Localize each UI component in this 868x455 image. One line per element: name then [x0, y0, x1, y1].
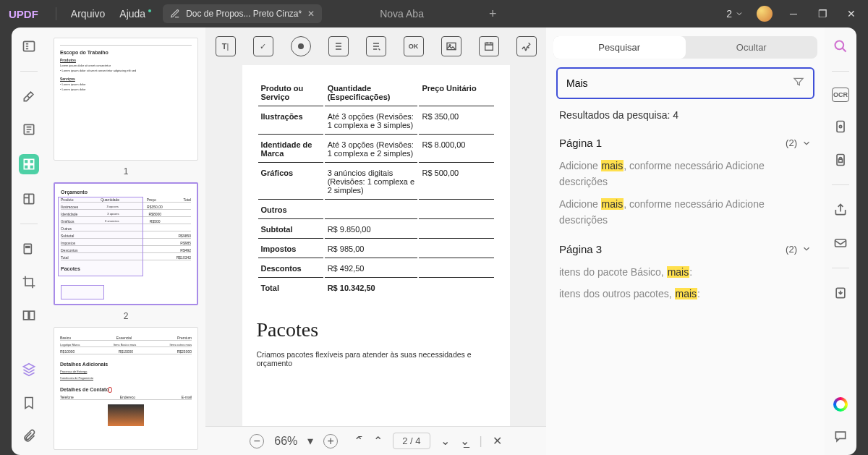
svg-rect-8 [26, 247, 30, 248]
signature-tool[interactable] [516, 36, 537, 56]
close-zoom-bar-button[interactable]: ✕ [493, 434, 502, 448]
add-tab-button[interactable]: + [489, 7, 497, 22]
edit-text-icon[interactable] [20, 121, 38, 138]
page-indicator[interactable]: 2 / 4 [393, 433, 430, 449]
divider [56, 7, 56, 20]
export-icon[interactable] [832, 284, 849, 302]
new-tab-label[interactable]: Nova Aba [380, 8, 424, 20]
organize-pages-icon[interactable] [19, 154, 39, 174]
svg-rect-2 [24, 159, 28, 163]
search-icon[interactable] [832, 38, 849, 55]
ocr-icon[interactable]: OCR [832, 88, 849, 102]
search-result-count: Resultados da pesquisa: 4 [553, 106, 817, 128]
redact-icon[interactable] [20, 240, 38, 258]
pacotes-heading: Pacotes [257, 318, 495, 341]
svg-rect-0 [24, 41, 35, 51]
search-result-line[interactable]: itens do pacote Básico, mais: [559, 261, 812, 283]
search-result-line[interactable]: Adicione mais, conforme necessário Adici… [559, 155, 812, 193]
result-section-header[interactable]: Página 3 (2) [559, 237, 812, 261]
thumbnail-panel: Escopo do TrabalhoProdutosLorem ipsum do… [46, 27, 205, 455]
user-avatar[interactable] [757, 6, 773, 22]
search-input[interactable] [566, 77, 793, 89]
zoom-dropdown-icon[interactable]: ▾ [307, 434, 313, 448]
form-icon[interactable] [20, 190, 38, 208]
zoom-out-button[interactable]: − [250, 434, 264, 448]
image-field-tool[interactable] [441, 36, 461, 56]
compare-icon[interactable] [20, 307, 38, 324]
zoom-bar: − 66% ▾ + ⌃̄ ⌃ 2 / 4 ⌄ ⌄̲ | ✕ [205, 426, 546, 455]
svg-point-14 [835, 41, 844, 50]
window-minimize-icon[interactable]: ─ [786, 8, 801, 20]
zoom-level[interactable]: 66% [274, 435, 297, 448]
menu-file[interactable]: Arquivo [64, 8, 112, 20]
protect-icon[interactable] [832, 151, 849, 169]
zoom-in-button[interactable]: + [323, 434, 338, 448]
svg-point-16 [839, 125, 841, 127]
search-result-line[interactable]: Adicione mais, conforme necessário Adici… [559, 193, 812, 231]
comment-icon[interactable] [832, 428, 849, 445]
layers-icon[interactable] [20, 361, 38, 378]
result-section-page-1: Página 1 (2) Adicione mais, conforme nec… [553, 128, 817, 234]
ai-assistant-icon[interactable] [833, 397, 848, 412]
dropdown-tool[interactable] [366, 36, 386, 56]
left-tool-rail [12, 27, 46, 455]
edit-icon [170, 9, 180, 19]
next-page-button[interactable]: ⌄ [441, 434, 450, 448]
button-tool[interactable]: OK [404, 36, 424, 56]
document-canvas: T| ✓ OK Produto ou ServiçoQuantidade (Es… [205, 27, 546, 455]
reader-view-icon[interactable] [20, 38, 38, 55]
workspace: Escopo do TrabalhoProdutosLorem ipsum do… [12, 27, 856, 455]
svg-rect-13 [485, 43, 493, 50]
svg-rect-9 [24, 311, 29, 320]
prev-page-button[interactable]: ⌃ [373, 434, 383, 448]
chevron-down-icon [801, 244, 812, 254]
menu-help[interactable]: Ajuda [112, 8, 153, 20]
bookmark-icon[interactable] [20, 394, 38, 412]
thumbnail-page-2[interactable]: Orçamento ProdutoQuantidadePreçoTotal Il… [54, 182, 198, 321]
result-section-header[interactable]: Página 1 (2) [559, 131, 812, 155]
search-box [556, 67, 814, 99]
tab-hide[interactable]: Ocultar [686, 36, 818, 59]
svg-rect-4 [24, 165, 28, 169]
search-tab-switcher: Pesquisar Ocultar [553, 36, 817, 59]
search-result-line[interactable]: itens dos outros pacotes, mais: [559, 283, 812, 305]
attachment-icon[interactable] [20, 428, 38, 445]
svg-rect-10 [30, 311, 35, 320]
window-maximize-icon[interactable]: ❐ [814, 8, 830, 20]
tab-search[interactable]: Pesquisar [553, 36, 686, 59]
highlighter-icon[interactable] [20, 88, 38, 105]
checkbox-tool[interactable]: ✓ [253, 36, 273, 56]
first-page-button[interactable]: ⌃̄ [354, 434, 363, 448]
text-field-tool[interactable]: T| [216, 36, 236, 56]
share-icon[interactable] [832, 201, 849, 218]
email-icon[interactable] [832, 234, 849, 252]
close-tab-icon[interactable]: ✕ [307, 9, 315, 19]
svg-rect-15 [837, 122, 844, 132]
result-section-page-3: Página 3 (2) itens do pacote Básico, mai… [553, 234, 817, 308]
titlebar: UPDF Arquivo Ajuda Doc de Propos... Pret… [0, 0, 868, 27]
pacotes-paragraph: Criamos pacotes flexíveis para atender à… [257, 350, 495, 367]
thumbnail-page-1[interactable]: Escopo do TrabalhoProdutosLorem ipsum do… [54, 38, 198, 177]
svg-rect-18 [835, 239, 846, 247]
svg-rect-3 [30, 159, 34, 163]
svg-rect-5 [30, 165, 34, 169]
document-tab[interactable]: Doc de Propos... Preto Cinza* ✕ [163, 4, 322, 23]
notification-dot [148, 9, 151, 12]
filter-icon[interactable] [793, 76, 804, 90]
window-close-icon[interactable]: ✕ [843, 8, 859, 20]
last-page-button[interactable]: ⌄̲ [460, 434, 469, 448]
thumbnail-page-3[interactable]: BasicoEssencialPremium Logotipo MarcaIte… [54, 327, 198, 455]
app-logo: UPDF [9, 8, 38, 20]
date-field-tool[interactable] [479, 36, 499, 56]
list-box-tool[interactable] [328, 36, 349, 56]
tab-title: Doc de Propos... Preto Cinza* [186, 9, 302, 19]
svg-rect-7 [24, 244, 31, 253]
document-page[interactable]: Produto ou ServiçoQuantidade (Especifica… [242, 65, 510, 455]
page-icon[interactable] [832, 118, 849, 135]
annotation-toolbar: T| ✓ OK [205, 27, 546, 65]
right-tool-rail: OCR [825, 27, 856, 455]
crop-icon[interactable] [20, 273, 38, 291]
page-count-dropdown[interactable]: 2 [726, 8, 744, 20]
radio-tool[interactable] [291, 36, 311, 56]
chevron-down-icon [801, 138, 812, 148]
